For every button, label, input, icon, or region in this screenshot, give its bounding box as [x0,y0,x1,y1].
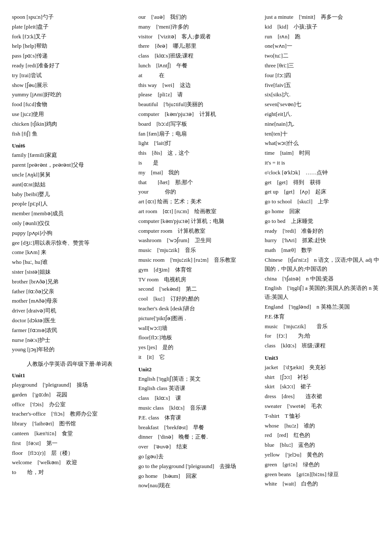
list-item: ready ['redi] 准备好的 [265,227,380,236]
unit3-title: Unit3 [265,355,380,361]
list-item: run [rʌn] 跑 [265,32,380,41]
unit6-title: Unit6 [12,142,127,149]
list-item: blue [bluː] 蓝色的 [265,441,380,450]
list-item: white [wait] 白色的 [265,480,380,489]
list-item: English ['iŋgliʃ]英语；英文 [138,375,254,384]
list-item: nine[nain]九. [265,120,380,129]
list-item: eight[eit]八. [265,110,380,119]
list-item: this way [wei] 这边 [138,81,254,90]
list-item: hurry ['hʌri] 抓紧;赶快 [265,236,380,245]
unit2-title: Unit2 [138,366,254,373]
list-item: English class 英语课 [138,384,254,393]
list-item: ten[ten]十 [265,130,380,139]
list-item: computer room 计算机教室 [138,227,254,236]
list-item: art room [ɑːt] [ruːm] 绘画教室 [138,207,254,216]
list-item: baby [beibi]婴儿 [12,190,127,199]
list-item: what[wɔt]什么 [265,139,380,148]
list-item: food [fuːd]食物 [12,100,127,109]
list-item: two[tuː]二 [265,52,380,61]
list-item: music class [klɑːs] 音乐课 [138,404,254,413]
list-item: music room ['mjuːzik] [ruːm] 音乐教室 [138,256,254,265]
col3-unit3-entries: jacket ['dʒækit] 夹克衫shirt [ʃɔːt] 衬衫skirt… [265,363,380,489]
list-item: shirt [ʃɔːt] 衬衫 [265,373,380,382]
list-item: young [jɔŋ]年轻的 [12,345,127,354]
list-item: puppy [pʌpi]小狗 [12,229,127,238]
list-item: yummy [jʌmi]好吃的 [12,90,127,99]
list-item: Chinese [tʃai'niːz] n 语文，汉语;中国人 adj 中国的，… [265,256,380,274]
column-3: just a minute ['minit] 再多一会kid [kid] 小孩;… [261,13,383,491]
list-item: kid [kid] 小孩;孩子 [265,23,380,32]
list-item: parent [peərənt，peərənt]父母 [12,161,127,170]
list-item: P.E.体育 [265,312,380,321]
list-item: aunt[ɑːnt]姑姑 [12,180,127,189]
list-item: green [griːn] 绿色的 [265,460,380,469]
list-item: teacher's desk [desk]讲台 [138,304,254,313]
list-item: that [ðæt] 那;那个 [138,178,254,187]
list-item: skirt [skɔːt] 裙子 [265,382,380,391]
list-item: go home 回家 [265,207,380,216]
list-item: class [klɑːs] 课 [138,394,254,403]
list-item: green beans [griːn][biːns] 绿豆 [265,470,380,479]
list-item: family [fæmili]家庭 [12,151,127,160]
list-item: class [klɑːs] 班级;课程 [265,341,380,350]
list-item: plate [pleit]盘子 [12,23,127,32]
list-item: wall[wɔːl]墙 [138,324,254,333]
list-item: teacher's-office ['fiɔs] 教师办公室 [12,410,127,419]
list-item: pass [pɑːs]传递 [12,52,127,61]
list-item: people [piːpl]人 [12,199,127,208]
list-item: red [red] 红色的 [265,431,380,440]
list-item: five[faiv]五 [265,81,380,90]
list-item: get [get] 得到 获得 [265,178,380,187]
list-item: gym [dʒim] 体育馆 [138,266,254,275]
list-item: go [gəu]去 [138,452,254,461]
list-item: whose [huːz] 谁的 [265,422,380,431]
list-item: help [help]帮助 [12,42,127,51]
list-item: for [fɔː] 为;给 [265,332,380,341]
main-content: spoon [spuːn]勺子plate [pleit]盘子fork [fɔːk… [9,13,383,491]
list-item: computer [kəm'pjuːtə] 计算机；电脑 [138,217,254,226]
column-2: our ['auə] 我们的many ['meni]许多的visitor ['v… [135,13,257,491]
list-item: just a minute ['minit] 再多一会 [265,13,380,22]
list-item: yellow ['jelɔu] 黄色的 [265,451,380,460]
list-item: our ['auə] 我们的 [138,13,254,22]
list-item: first [fəːst] 第一 [12,439,127,448]
list-item: is 是 [138,159,254,168]
list-item: computer [kəm'pjuːtə] 计算机 [138,110,254,119]
col2-unit2-entries: English ['iŋgliʃ]英语；英文English class 英语课c… [138,375,254,491]
list-item: only [əunli]仅仅 [12,219,127,228]
list-item: your 你的 [138,188,254,197]
list-item: member [membə]成员 [12,209,127,218]
list-item: nurse [nəːs]护士 [12,336,127,345]
list-item: sweater ['swetə] 毛衣 [265,402,380,411]
list-item: try [trai]尝试 [12,71,127,80]
list-item: T-shirt T 恤衫 [265,412,380,421]
list-item: four [fɔː]四 [265,71,380,80]
list-item: many ['meni]许多的 [138,23,254,32]
list-item: welcome ['welkəm] 欢迎 [12,458,127,467]
list-item: lunch [lʌntʃ] 午餐 [138,61,254,70]
list-item: playground ['pleigraund] 操场 [12,381,127,390]
list-item: o'clock [ə'klɔk] ……点钟 [265,168,380,177]
list-item: class [klɑːs]班级;课程 [138,52,254,61]
list-item: it [it] 它 [138,353,254,362]
col1-unit6-entries: family [fæmili]家庭parent [peərənt，peərənt… [12,151,127,354]
list-item: library ['laibrəri] 图书馆 [12,419,127,428]
list-item: get up [get] [ʌp] 起床 [265,188,380,197]
unit1-title: Unit1 [12,372,127,379]
list-item: dinner ['dinə] 晚餐；正餐. [138,433,254,442]
list-item: visitor ['vizitə] 客人;参观者 [138,32,254,41]
list-item: go home [həum] 回家 [138,472,254,481]
list-item: over ['əuvə] 结束 [138,442,254,451]
list-item: yes [jes] 是的 [138,343,254,352]
list-item: it's = it is [265,159,380,168]
list-item: six[siks]六. [265,90,380,99]
list-item: sister [sistə]姐妹 [12,268,127,277]
list-item: to 给，对 [12,468,127,477]
list-item: one[wʌn]一 [265,42,380,51]
list-item: gee [dʒiː]用以表示惊奇、赞赏等 [12,239,127,248]
list-item: go to the playground ['pleigraund] 去操场 [138,462,254,471]
list-item: come [kʌm] 来 [12,248,127,257]
list-item: farmer [fɑːmə]农民 [12,326,127,335]
list-item: there [ðeə] 哪儿;那里 [138,42,254,51]
list-item: dress [dres] 连衣裙 [265,392,380,401]
